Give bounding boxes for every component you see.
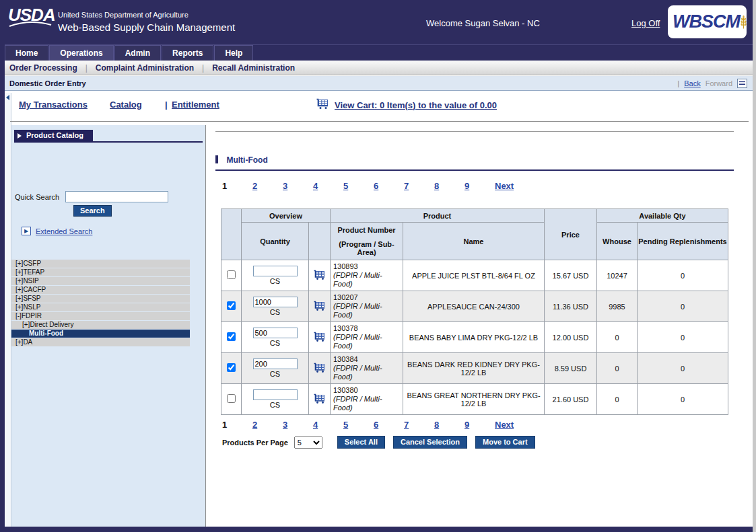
products-per-page-select[interactable]: 5 bbox=[294, 436, 322, 449]
price-value: 15.67 USD bbox=[545, 260, 597, 291]
tree-item[interactable]: [+]NSLP bbox=[11, 303, 190, 311]
page-link[interactable]: 7 bbox=[404, 420, 434, 430]
page-link[interactable]: 5 bbox=[343, 181, 374, 191]
add-to-cart-icon[interactable] bbox=[313, 270, 327, 282]
add-to-cart-icon[interactable] bbox=[313, 332, 327, 344]
tree-item[interactable]: [+]SFSP bbox=[11, 295, 190, 303]
main-panel: Multi-Food 123456789Next Overview Produc… bbox=[213, 125, 747, 527]
tab-notch-icon bbox=[18, 133, 22, 139]
extended-search-icon[interactable]: ▶ bbox=[22, 227, 31, 235]
whouse-qty: 0 bbox=[597, 353, 638, 384]
subnav-order-processing[interactable]: Order Processing bbox=[9, 63, 77, 73]
tree-item[interactable]: [+]Direct Delivery bbox=[11, 321, 190, 329]
product-name: BEANS DARK RED KIDNEY DRY PKG-12/2 LB bbox=[403, 353, 545, 384]
select-all-button[interactable]: Select All bbox=[337, 436, 385, 449]
view-cart-link[interactable]: View Cart: 0 Item(s) to the value of 0.0… bbox=[335, 100, 497, 110]
product-name: BEANS GREAT NORTHERN DRY PKG-12/2 LB bbox=[403, 384, 545, 415]
page-link[interactable]: 4 bbox=[313, 420, 343, 430]
add-to-cart-icon[interactable] bbox=[313, 393, 327, 406]
whouse-qty: 0 bbox=[597, 384, 638, 415]
window-right-border bbox=[753, 0, 756, 532]
tree-item[interactable]: [+]NSIP bbox=[11, 277, 190, 285]
row-select-checkbox[interactable] bbox=[227, 270, 236, 279]
quantity-input[interactable] bbox=[253, 266, 298, 276]
page-next-link[interactable]: Next bbox=[495, 181, 514, 191]
row-select-checkbox[interactable] bbox=[227, 394, 236, 403]
entitlement-link[interactable]: Entitlement bbox=[172, 100, 219, 110]
product-name: BEANS BABY LIMA DRY PKG-12/2 LB bbox=[403, 322, 545, 353]
product-name: APPLESAUCE CAN-24/300 bbox=[403, 291, 545, 322]
page-link[interactable]: 7 bbox=[404, 181, 434, 191]
page-title: Domestic Order Entry bbox=[9, 79, 86, 87]
window-bottom-border bbox=[0, 527, 753, 532]
tab-home[interactable]: Home bbox=[5, 45, 48, 61]
quick-search-input[interactable] bbox=[65, 191, 168, 202]
page-link[interactable]: 2 bbox=[252, 420, 283, 430]
header-product-number-line1: Product Number bbox=[331, 226, 403, 234]
tree-item-selected[interactable]: Multi-Food bbox=[11, 330, 190, 338]
header-available-qty-group: Available Qty bbox=[597, 209, 728, 223]
page-link[interactable]: 9 bbox=[465, 420, 495, 430]
page-link[interactable]: 3 bbox=[283, 181, 313, 191]
tab-reports[interactable]: Reports bbox=[162, 45, 213, 61]
page-options-icon[interactable] bbox=[737, 79, 747, 88]
back-link[interactable]: Back bbox=[684, 79, 700, 87]
quantity-input[interactable] bbox=[253, 358, 298, 369]
page-link[interactable]: 8 bbox=[434, 181, 465, 191]
extended-search-link[interactable]: Extended Search bbox=[36, 227, 92, 235]
page-link[interactable]: 4 bbox=[313, 181, 343, 191]
quantity-input[interactable] bbox=[253, 297, 298, 307]
quantity-input[interactable] bbox=[253, 389, 298, 400]
row-select-checkbox[interactable] bbox=[227, 301, 236, 310]
tab-operations[interactable]: Operations bbox=[49, 45, 113, 61]
program-subarea: (FDPIR / Multi-Food) bbox=[333, 395, 400, 412]
tree-item[interactable]: [+]CACFP bbox=[11, 286, 190, 294]
wbscm-logo-text: WBSCM bbox=[673, 11, 740, 32]
catalog-link[interactable]: Catalog bbox=[110, 100, 142, 110]
tree-item[interactable]: [+]TEFAP bbox=[11, 268, 190, 276]
section-title: Multi-Food bbox=[226, 155, 267, 165]
add-to-cart-icon[interactable] bbox=[313, 363, 327, 375]
row-select-checkbox[interactable] bbox=[227, 332, 236, 341]
forward-link-disabled: Forward bbox=[706, 79, 732, 87]
table-row: CS130207(FDPIR / Multi-Food)APPLESAUCE C… bbox=[221, 291, 728, 322]
quantity-input[interactable] bbox=[253, 328, 298, 338]
subnav-complaint-administration[interactable]: Complaint Administration bbox=[96, 63, 194, 73]
subnav-recall-administration[interactable]: Recall Administration bbox=[212, 63, 295, 73]
usda-logo: USDA bbox=[8, 6, 55, 28]
table-row: CS130378(FDPIR / Multi-Food)BEANS BABY L… bbox=[221, 322, 728, 353]
tree-item[interactable]: [+]DA bbox=[11, 338, 190, 346]
header-whouse: Whouse bbox=[597, 223, 638, 260]
search-button[interactable]: Search bbox=[73, 205, 112, 217]
page-link[interactable]: 2 bbox=[252, 181, 283, 191]
page-link[interactable]: 5 bbox=[343, 420, 374, 430]
header-cart-column bbox=[309, 223, 331, 260]
page-link[interactable]: 6 bbox=[374, 181, 404, 191]
page-link[interactable]: 3 bbox=[283, 420, 313, 430]
header-select-column bbox=[221, 209, 242, 260]
pagination: 123456789Next bbox=[222, 420, 514, 430]
my-transactions-link[interactable]: My Transactions bbox=[19, 100, 88, 110]
page-link[interactable]: 9 bbox=[465, 181, 495, 191]
tree-item[interactable]: [+]CSFP bbox=[11, 260, 190, 268]
page-next-link[interactable]: Next bbox=[495, 420, 514, 430]
tab-help[interactable]: Help bbox=[214, 45, 253, 61]
breadcrumb-bar: Domestic Order Entry | Back Forward bbox=[0, 76, 753, 91]
page-link[interactable]: 6 bbox=[374, 420, 404, 430]
header-overview-group: Overview bbox=[242, 209, 331, 223]
move-to-cart-button[interactable]: Move to Cart bbox=[475, 436, 535, 449]
sidebar-collapse-handle[interactable] bbox=[5, 93, 11, 527]
tree-item[interactable]: [-]FDPIR bbox=[11, 312, 190, 320]
row-select-checkbox[interactable] bbox=[227, 363, 236, 372]
tab-admin[interactable]: Admin bbox=[114, 45, 161, 61]
history-controls: | Back Forward bbox=[677, 79, 747, 88]
add-to-cart-icon[interactable] bbox=[313, 301, 327, 313]
application-window: USDA United States Department of Agricul… bbox=[0, 0, 756, 532]
log-off-link[interactable]: Log Off bbox=[631, 18, 660, 28]
cancel-selection-button[interactable]: Cancel Selection bbox=[393, 436, 467, 449]
separator: | bbox=[165, 100, 168, 110]
whouse-qty: 9985 bbox=[597, 291, 638, 322]
product-number: 130380 bbox=[333, 386, 400, 395]
page-link[interactable]: 8 bbox=[434, 420, 465, 430]
product-number: 130893 bbox=[333, 262, 400, 271]
